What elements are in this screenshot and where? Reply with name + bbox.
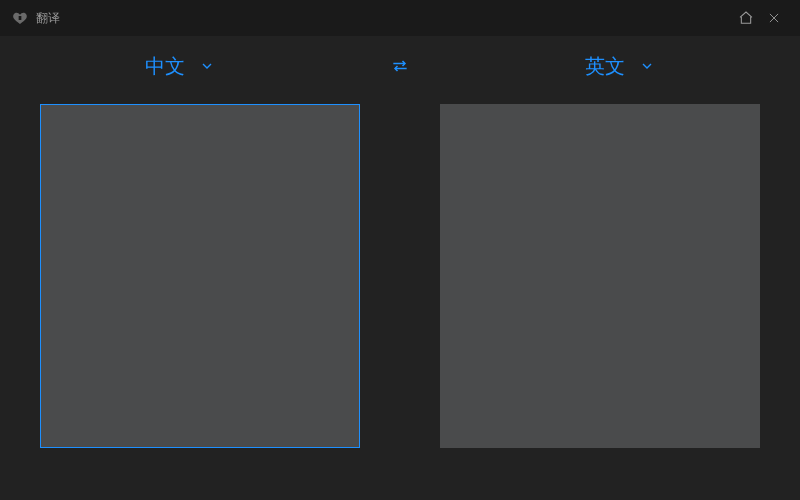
titlebar: 翻译 [0, 0, 800, 36]
target-language-label: 英文 [585, 53, 625, 80]
window-title: 翻译 [36, 10, 60, 27]
target-language-select[interactable]: 英文 [440, 53, 800, 80]
source-text-pane[interactable] [40, 104, 360, 448]
svg-rect-0 [19, 16, 22, 20]
target-text-pane[interactable] [440, 104, 760, 448]
swap-languages-button[interactable] [360, 56, 440, 76]
language-row: 中文 英文 [0, 36, 800, 96]
chevron-down-icon [639, 58, 655, 74]
translation-panes [0, 96, 800, 488]
home-button[interactable] [732, 4, 760, 32]
chevron-down-icon [199, 58, 215, 74]
close-button[interactable] [760, 4, 788, 32]
app-icon [12, 10, 28, 26]
source-language-label: 中文 [145, 53, 185, 80]
source-language-select[interactable]: 中文 [0, 53, 360, 80]
